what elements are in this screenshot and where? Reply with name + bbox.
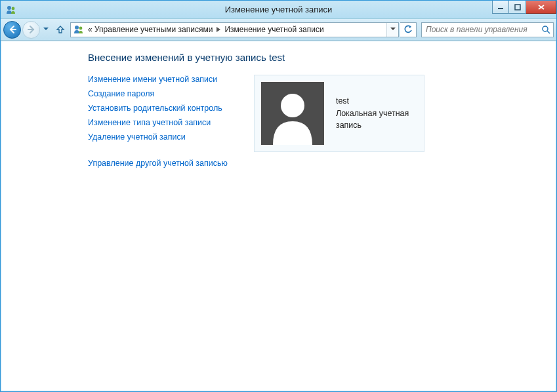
- user-name: test: [336, 95, 417, 108]
- breadcrumb-segment-1[interactable]: « Управление учетными записями: [87, 23, 214, 37]
- link-manage-other-account[interactable]: Управление другой учетной записью: [88, 159, 228, 168]
- close-icon: [537, 4, 545, 10]
- refresh-button[interactable]: [400, 22, 417, 37]
- user-info: test Локальная учетная запись: [336, 95, 417, 132]
- address-bar[interactable]: « Управление учетными записями Изменение…: [70, 22, 399, 37]
- action-links: Изменение имени учетной записи Создание …: [88, 75, 228, 168]
- minimize-icon: [497, 4, 504, 10]
- svg-point-1: [12, 7, 15, 10]
- user-account-type: Локальная учетная запись: [336, 108, 417, 132]
- svg-line-11: [547, 31, 550, 33]
- forward-arrow-icon: [26, 24, 37, 35]
- search-input[interactable]: [422, 23, 539, 37]
- user-silhouette-icon: [261, 82, 324, 145]
- titlebar: Изменение учетной записи: [1, 1, 556, 19]
- svg-point-0: [7, 6, 11, 10]
- avatar: [261, 82, 324, 145]
- address-dropdown-button[interactable]: [386, 23, 398, 37]
- minimize-button[interactable]: [492, 1, 509, 14]
- back-arrow-icon: [7, 24, 18, 35]
- app-icon: [6, 5, 16, 15]
- svg-point-10: [543, 26, 548, 31]
- location-icon: [73, 24, 84, 35]
- navigation-bar: « Управление учетными записями Изменение…: [1, 19, 556, 41]
- up-arrow-icon: [55, 24, 66, 35]
- svg-point-13: [281, 94, 304, 117]
- svg-rect-2: [498, 8, 503, 9]
- window-title: Изменение учетной записи: [1, 5, 556, 14]
- svg-point-9: [79, 27, 83, 30]
- link-delete-account[interactable]: Удаление учетной записи: [88, 132, 228, 142]
- search-box[interactable]: [421, 22, 554, 37]
- page-heading: Внесение изменений в учетную запись test: [88, 52, 482, 63]
- content-area: Внесение изменений в учетную запись test…: [1, 41, 556, 391]
- recent-locations-button[interactable]: [41, 28, 51, 31]
- chevron-down-icon: [43, 28, 49, 31]
- up-button[interactable]: [53, 22, 68, 37]
- link-change-account-type[interactable]: Изменение типа учетной записи: [88, 118, 228, 127]
- chevron-down-icon: [390, 28, 396, 31]
- back-button[interactable]: [3, 21, 21, 39]
- refresh-icon: [403, 25, 413, 34]
- maximize-icon: [514, 4, 521, 10]
- link-rename-account[interactable]: Изменение имени учетной записи: [88, 75, 228, 84]
- window-frame: Изменение учетной записи: [0, 0, 557, 392]
- breadcrumb-segment-2[interactable]: Изменение учетной записи: [223, 23, 325, 37]
- link-create-password[interactable]: Создание пароля: [88, 89, 228, 98]
- forward-button[interactable]: [22, 21, 40, 39]
- link-parental-controls[interactable]: Установить родительский контроль: [88, 104, 228, 113]
- search-icon[interactable]: [539, 25, 553, 34]
- breadcrumb-separator-icon: [214, 25, 223, 34]
- close-button[interactable]: [526, 1, 556, 14]
- maximize-button[interactable]: [509, 1, 526, 14]
- svg-rect-3: [515, 5, 520, 10]
- svg-point-8: [75, 26, 79, 29]
- window-controls: [492, 1, 556, 14]
- user-card: test Локальная учетная запись: [254, 75, 424, 152]
